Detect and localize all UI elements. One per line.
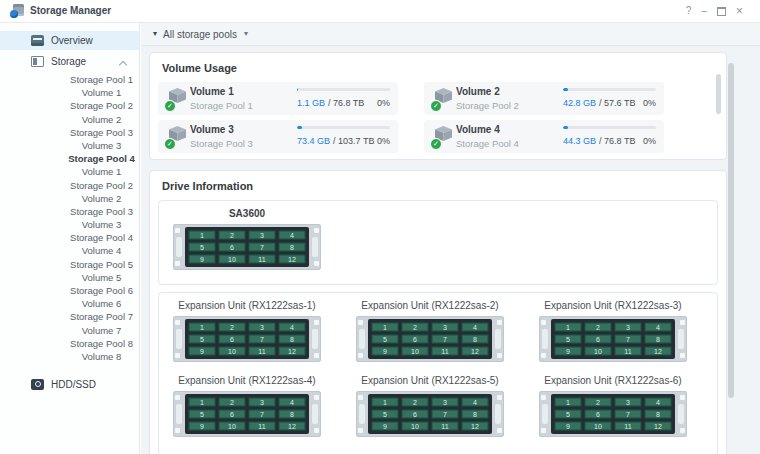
sidebar-item-overview[interactable]: Overview [0,31,139,50]
drive-bay[interactable]: 2 [218,322,246,332]
sidebar-item-volume[interactable]: Volume 2 [0,192,139,205]
drive-bay[interactable]: 4 [644,397,672,407]
sidebar-item-volume[interactable]: Volume 8 [0,350,139,363]
drive-bay[interactable]: 9 [188,421,216,431]
drive-bay[interactable]: 6 [584,334,612,344]
help-icon[interactable]: ? [686,6,692,16]
drive-bay[interactable]: 10 [584,346,612,356]
drive-bay[interactable]: 8 [644,409,672,419]
drive-bay[interactable]: 8 [278,409,306,419]
drive-bay[interactable]: 8 [278,242,306,252]
sidebar-item-volume[interactable]: Volume 1 [0,86,139,99]
volume-card[interactable]: ✓ Volume 3 Storage Pool 3 73.4 GB/ 103.7… [158,120,398,153]
scope-selector[interactable]: ▾ All storage pools ▾ [141,23,760,46]
drive-bay[interactable]: 4 [278,230,306,240]
dropdown-caret-icon[interactable]: ▾ [244,30,248,38]
drive-bay[interactable]: 2 [218,230,246,240]
drive-bay[interactable]: 11 [431,421,459,431]
drive-bay[interactable]: 12 [278,421,306,431]
close-icon[interactable]: × [736,6,743,16]
sidebar-item-storage-pool[interactable]: Storage Pool 2 [0,99,139,112]
drive-bay[interactable]: 12 [644,346,672,356]
sidebar-item-volume[interactable]: Volume 3 [0,218,139,231]
minimize-icon[interactable]: – [701,6,707,16]
drive-bay[interactable]: 7 [248,334,276,344]
drive-bay[interactable]: 10 [401,421,429,431]
drive-bay[interactable]: 1 [554,397,582,407]
drive-bay[interactable]: 7 [431,409,459,419]
sidebar-item-storage-pool[interactable]: Storage Pool 4 [0,152,139,165]
drive-bay[interactable]: 8 [278,334,306,344]
drive-bay[interactable]: 11 [248,254,276,264]
sidebar-item-storage-pool[interactable]: Storage Pool 4 [0,231,139,244]
maximize-icon[interactable] [717,7,726,16]
drive-bay[interactable]: 9 [371,346,399,356]
drive-bay[interactable]: 9 [188,254,216,264]
drive-bay[interactable]: 3 [431,322,459,332]
drive-bay[interactable]: 4 [278,397,306,407]
drive-bay[interactable]: 2 [401,397,429,407]
drive-bay[interactable]: 10 [218,254,246,264]
drive-bay[interactable]: 11 [248,346,276,356]
drive-bay[interactable]: 8 [461,409,489,419]
drive-bay[interactable]: 12 [644,421,672,431]
drive-bay[interactable]: 6 [401,409,429,419]
drive-bay[interactable]: 7 [431,334,459,344]
drive-bay[interactable]: 3 [248,322,276,332]
drive-bay[interactable]: 5 [188,334,216,344]
drive-bay[interactable]: 10 [218,421,246,431]
sidebar-item-storage-pool[interactable]: Storage Pool 3 [0,126,139,139]
drive-bay[interactable]: 5 [554,409,582,419]
drive-bay[interactable]: 5 [371,334,399,344]
panel-scrollbar-thumb[interactable] [716,74,721,114]
drive-bay[interactable]: 5 [554,334,582,344]
sidebar-item-volume[interactable]: Volume 3 [0,139,139,152]
drive-bay[interactable]: 3 [431,397,459,407]
drive-bay[interactable]: 6 [218,409,246,419]
drive-bay[interactable]: 2 [584,322,612,332]
sidebar-item-storage-pool[interactable]: Storage Pool 1 [0,73,139,86]
drive-bay[interactable]: 11 [614,421,642,431]
drive-bay[interactable]: 10 [584,421,612,431]
sidebar-item-volume[interactable]: Volume 6 [0,297,139,310]
drive-bay[interactable]: 3 [614,397,642,407]
drive-bay[interactable]: 5 [188,409,216,419]
volume-card[interactable]: ✓ Volume 4 Storage Pool 4 44.3 GB/ 76.8 … [424,120,664,153]
drive-bay[interactable]: 1 [188,397,216,407]
drive-bay[interactable]: 3 [614,322,642,332]
sidebar-item-storage-pool[interactable]: Storage Pool 2 [0,179,139,192]
drive-bay[interactable]: 1 [371,397,399,407]
drive-bay[interactable]: 2 [218,397,246,407]
drive-bay[interactable]: 11 [431,346,459,356]
drive-bay[interactable]: 4 [461,322,489,332]
drive-bay[interactable]: 7 [248,409,276,419]
drive-bay[interactable]: 12 [461,421,489,431]
drive-bay[interactable]: 11 [614,346,642,356]
sidebar-item-volume[interactable]: Volume 7 [0,324,139,337]
sidebar-item-volume[interactable]: Volume 5 [0,271,139,284]
drive-bay[interactable]: 3 [248,230,276,240]
chevron-up-icon[interactable] [120,60,126,66]
drive-bay[interactable]: 9 [188,346,216,356]
drive-bay[interactable]: 6 [401,334,429,344]
drive-bay[interactable]: 7 [614,409,642,419]
drive-bay[interactable]: 12 [278,254,306,264]
sidebar-item-storage-pool[interactable]: Storage Pool 8 [0,337,139,350]
drive-bay[interactable]: 8 [644,334,672,344]
sidebar-item-hdd-ssd[interactable]: HDD/SSD [0,375,139,393]
drive-bay[interactable]: 10 [401,346,429,356]
drive-bay[interactable]: 7 [614,334,642,344]
drive-bay[interactable]: 9 [371,421,399,431]
volume-card[interactable]: ✓ Volume 1 Storage Pool 1 1.1 GB/ 76.8 T… [158,82,398,115]
drive-bay[interactable]: 8 [461,334,489,344]
sidebar-item-storage-pool[interactable]: Storage Pool 6 [0,284,139,297]
sidebar-item-volume[interactable]: Volume 1 [0,165,139,178]
drive-bay[interactable]: 6 [218,334,246,344]
drive-bay[interactable]: 1 [554,322,582,332]
drive-bay[interactable]: 12 [278,346,306,356]
drive-bay[interactable]: 7 [248,242,276,252]
drive-bay[interactable]: 9 [554,421,582,431]
sidebar-item-storage-pool[interactable]: Storage Pool 3 [0,205,139,218]
drive-bay[interactable]: 5 [188,242,216,252]
drive-bay[interactable]: 4 [644,322,672,332]
